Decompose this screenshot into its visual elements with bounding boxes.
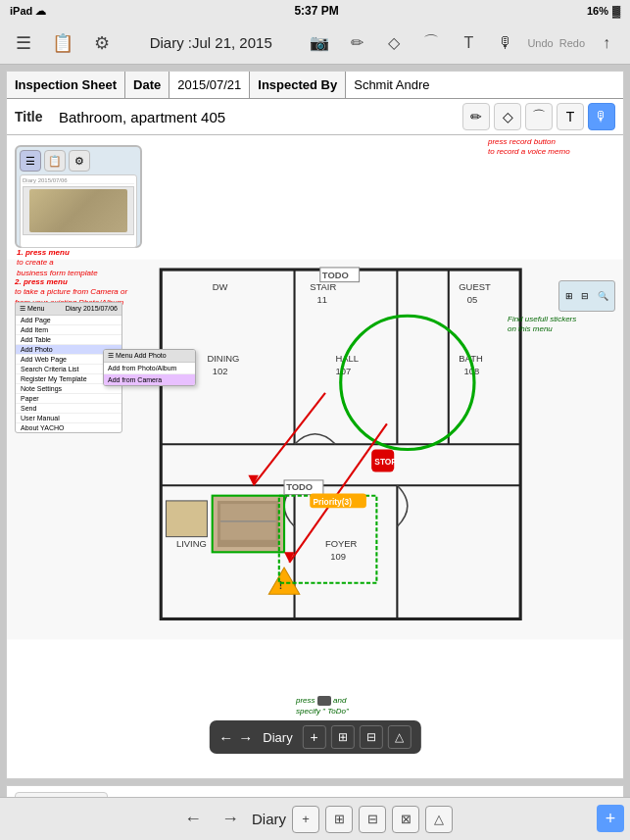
nav-grid2-btn[interactable]: ⊟ [359, 806, 386, 833]
menu-item-add-item[interactable]: Add Item [16, 325, 121, 335]
svg-text:TODO: TODO [322, 270, 349, 280]
svg-text:102: 102 [213, 366, 228, 376]
annotation-press-todo: press andspecify " ToDo" [296, 696, 404, 716]
mini-photo [23, 186, 134, 235]
svg-text:LIVING: LIVING [176, 538, 207, 549]
svg-text:GUEST: GUEST [459, 281, 491, 292]
annotation-press-menu-1: 1. press menuto create abusiness form te… [17, 248, 134, 278]
svg-text:FOYER: FOYER [325, 538, 358, 549]
diagram-forward-arrow[interactable]: → [238, 729, 253, 746]
menu-item-add-page[interactable]: Add Page [16, 316, 121, 325]
diagram-grid2-btn[interactable]: ⊟ [360, 725, 383, 749]
nav-diary-label: Diary [252, 811, 286, 827]
photo-submenu-header: ☰ Menu Add Photo [104, 350, 195, 363]
diagram-back-arrow[interactable]: ← [218, 729, 233, 746]
title-lasso-icon[interactable]: ⌒ [525, 103, 553, 130]
nav-forward-arrow[interactable]: → [215, 804, 246, 835]
diagram-grid1-btn[interactable]: ⊞ [331, 725, 355, 749]
status-right: 16% ▓ [587, 5, 620, 17]
battery-icon: ▓ [612, 5, 620, 17]
ipad-label: iPad ☁ [10, 5, 46, 18]
redo-label[interactable]: Redo [559, 37, 585, 49]
mini-menu-icon[interactable]: ☰ [20, 150, 41, 172]
toolbar-right: 📷 ✏ ◇ ⌒ T 🎙 Undo Redo ↑ [304, 27, 622, 59]
sticker-icon-2: ⊟ [581, 291, 589, 301]
main-inspection-sheet: Inspection Sheet Date 2015/07/21 Inspect… [6, 71, 624, 779]
status-time: 5:37 PM [294, 4, 338, 18]
mini-content: Diary 2015/07/06 [20, 174, 137, 248]
title-value: Bathroom, apartment 405 [59, 109, 453, 125]
corner-plus-btn[interactable]: + [597, 805, 624, 832]
menu-item-add-table[interactable]: Add Table [16, 335, 121, 345]
pen-icon[interactable]: ✏ [341, 27, 372, 59]
nav-back-arrow[interactable]: ← [177, 804, 209, 835]
status-bar: iPad ☁ 5:37 PM 16% ▓ [0, 0, 630, 22]
sticker-icon-1: ⊞ [565, 291, 573, 301]
svg-text:Priority(3): Priority(3) [313, 497, 352, 507]
mic-icon[interactable]: 🎙 [490, 27, 521, 59]
photo-submenu-from-camera[interactable]: Add from Camera [104, 374, 195, 385]
svg-text:11: 11 [317, 294, 327, 305]
svg-text:TODO: TODO [286, 481, 313, 492]
eraser-icon[interactable]: ◇ [378, 27, 410, 59]
battery-pct: 16% [587, 5, 608, 17]
nav-grid3-btn[interactable]: ⊠ [392, 806, 419, 833]
title-mic-icon[interactable]: 🎙 [588, 103, 615, 130]
nav-upload-btn[interactable]: △ [425, 806, 453, 833]
bottom-nav: ← → Diary + ⊞ ⊟ ⊠ △ + [0, 797, 630, 840]
sticker-icon-3: 🔍 [598, 291, 608, 301]
title-row: Title Bathroom, apartment 405 ✏ ◇ ⌒ T 🎙 [7, 99, 623, 135]
diagram-bottom-toolbar: ← → Diary + ⊞ ⊟ △ [209, 720, 420, 754]
ipad-mini-right: ⊞ ⊟ 🔍 [558, 280, 615, 312]
content-area: DW DINING 102 STAIR 11 HALL 107 GUEST 05… [7, 135, 623, 764]
menu-icon[interactable]: ☰ [8, 27, 39, 59]
title-eraser-icon[interactable]: ◇ [494, 103, 521, 130]
title-icons: ✏ ◇ ⌒ T 🎙 [462, 103, 615, 130]
menu-item-send[interactable]: Send [16, 404, 121, 414]
diagram-add-btn[interactable]: + [303, 725, 326, 749]
menu-item-paper[interactable]: Paper [16, 394, 121, 404]
menu-item-user-manual[interactable]: User Manual [16, 414, 121, 423]
text-icon[interactable]: T [453, 27, 484, 59]
inspection-header: Inspection Sheet Date 2015/07/21 Inspect… [7, 72, 623, 99]
lasso-icon[interactable]: ⌒ [415, 27, 447, 59]
inspection-sheet-label: Inspection Sheet [7, 72, 125, 98]
nav-add-btn[interactable]: + [292, 806, 319, 833]
svg-text:DW: DW [213, 281, 228, 292]
diagram-diary-label: Diary [258, 730, 297, 745]
svg-text:STOP: STOP [374, 457, 397, 467]
mini-settings-icon[interactable]: ⚙ [69, 150, 90, 172]
title-pen-icon[interactable]: ✏ [462, 103, 490, 130]
inspected-by-value: Schmit Andre [346, 72, 623, 98]
mini-diary-icon[interactable]: 📋 [44, 150, 66, 172]
svg-text:109: 109 [330, 551, 346, 562]
annotation-stickers: Find usefull stickerson this menu [508, 315, 615, 335]
svg-text:05: 05 [467, 294, 477, 305]
settings-icon[interactable]: ⚙ [86, 27, 118, 59]
date-value: 2015/07/21 [170, 72, 250, 98]
undo-label[interactable]: Undo [527, 37, 553, 49]
camera-icon[interactable]: 📷 [304, 27, 335, 59]
toolbar-title: Diary :Jul 21, 2015 [125, 34, 296, 51]
diary-icon[interactable]: 📋 [47, 27, 78, 59]
title-text-icon[interactable]: T [557, 103, 584, 130]
title-label: Title [15, 109, 49, 124]
status-left: iPad ☁ [10, 5, 46, 18]
svg-text:DINING: DINING [207, 353, 239, 364]
date-label: Date [125, 72, 170, 98]
inspected-by-label: Inspected By [250, 72, 346, 98]
menu-diary-date: Diary 2015/07/06 [66, 305, 118, 313]
nav-grid1-btn[interactable]: ⊞ [325, 806, 353, 833]
ipad-mini-overlay: ☰ 📋 ⚙ Diary 2015/07/06 [15, 145, 142, 248]
svg-rect-28 [166, 501, 207, 537]
photo-submenu-from-album[interactable]: Add from Photo/Album [104, 363, 195, 374]
photo-submenu: ☰ Menu Add Photo Add from Photo/Album Ad… [103, 349, 196, 386]
svg-text:STAIR: STAIR [310, 281, 336, 292]
annotation-voice-record: press record buttonto record a voice mem… [488, 137, 615, 158]
main-toolbar: ☰ 📋 ⚙ Diary :Jul 21, 2015 📷 ✏ ◇ ⌒ T 🎙 Un… [0, 22, 630, 65]
menu-item-about[interactable]: About YACHO [16, 423, 121, 432]
ipad-mini-toolbar: ☰ 📋 ⚙ [20, 150, 137, 172]
menu-list-header: ☰ Menu Diary 2015/07/06 [16, 303, 121, 316]
diagram-upload-btn[interactable]: △ [388, 725, 412, 749]
share-icon[interactable]: ↑ [591, 27, 622, 59]
